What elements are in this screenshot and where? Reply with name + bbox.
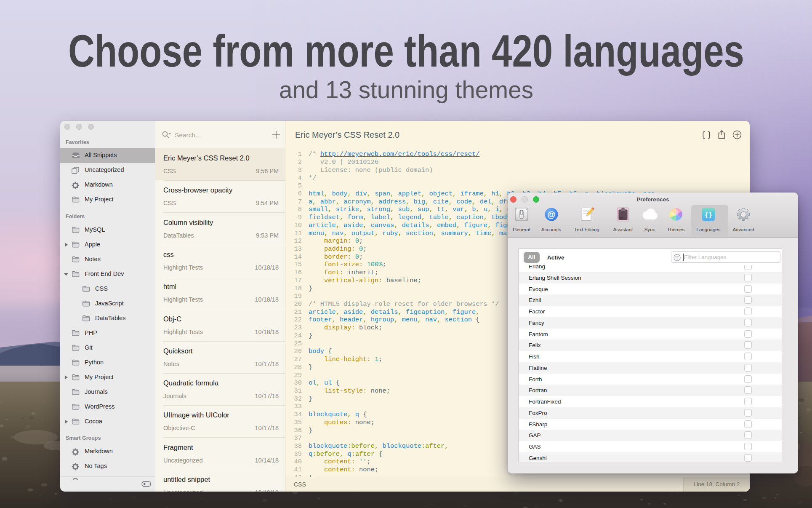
svg-text:@: @ (547, 210, 556, 219)
svg-text:{ }: { } (705, 211, 712, 218)
